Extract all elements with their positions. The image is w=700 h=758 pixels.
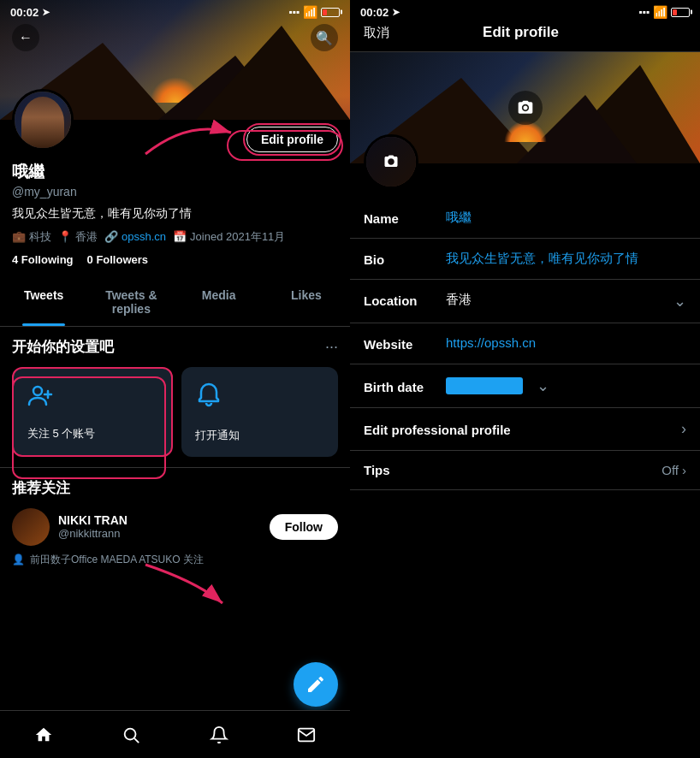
avatar-edit[interactable] [364,134,418,189]
nav-messages[interactable] [289,718,323,752]
time-left: 00:02 [10,6,39,19]
battery-icon-left [321,8,340,17]
bio-label: Bio [364,251,432,267]
nav-search[interactable] [114,718,148,752]
field-name: Name 哦繼 [350,198,700,239]
back-icon: ← [19,30,33,45]
tab-likes[interactable]: Likes [263,278,350,326]
following-stat[interactable]: 4 Following [12,253,74,266]
avatar-container [12,89,74,151]
status-time-right: 00:02 ➤ [360,6,400,19]
meta-location: 📍 香港 [58,229,98,245]
status-icons-left: ▪▪▪ 📶 [288,5,340,19]
username: @my_yuran [12,185,338,198]
form-section: Name 哦繼 Bio 我见众生皆无意，唯有见你动了情 Location 香港 … [350,198,700,490]
suggested-avatar [12,508,50,546]
suggested-info: NIKKI TRAN @nikkittrann [58,513,261,540]
field-professional[interactable]: Edit professional profile › [350,408,700,451]
battery-fill [323,9,327,15]
meta-category: 💼 科技 [12,229,51,245]
name-label: Name [364,210,432,226]
mutual-icon: 👤 [12,554,25,566]
joined-text: Joined 2021年11月 [190,229,285,245]
follow-accounts-icon [27,382,55,416]
follow-stats: 4 Following 0 Followers [12,253,338,266]
field-location[interactable]: Location 香港 ⌄ [350,280,700,323]
followers-count: 0 [87,253,93,266]
status-icons-right: ▪▪▪ 📶 [638,5,690,19]
professional-label: Edit professional profile [364,421,667,437]
location-icon: 📍 [58,230,72,243]
bio-value[interactable]: 我见众生皆无意，唯有见你动了情 [446,251,686,267]
notification-icon [195,381,222,414]
tab-likes-label: Likes [291,288,322,302]
tab-replies-label: Tweets & replies [105,288,157,316]
mutual-text: 前田数子Office MAEDA ATSUKO 关注 [30,553,204,567]
tips-label: Tips [364,463,390,477]
back-button[interactable]: ← [12,24,39,51]
profile-tabs: Tweets Tweets & replies Media Likes [0,278,350,327]
birthdate-dropdown-icon: ⌄ [537,376,549,395]
field-website: Website https://opssh.cn [350,323,700,364]
display-name: 哦繼 [12,161,338,183]
avatar-edit-container [364,134,418,189]
search-button[interactable]: 🔍 [311,24,338,51]
cover-camera-overlay[interactable] [508,91,543,125]
avatar-camera-overlay [366,137,416,187]
profile-section: Edit profile 哦繼 @my_yuran 我见众生皆无意，唯有见你动了… [0,120,350,266]
name-value[interactable]: 哦繼 [446,210,686,226]
tab-tweets-label: Tweets [24,288,63,302]
edit-profile-title: Edit profile [483,24,559,41]
wifi-icon: 📶 [303,5,317,19]
birthdate-label: Birth date [364,378,432,394]
setup-card-notify[interactable]: 打开通知 [181,367,339,457]
suggested-user-row: NIKKI TRAN @nikkittrann Follow [12,508,338,546]
setup-card-follow[interactable]: 关注 5 个账号 [12,367,173,457]
meta-website: 🔗 opssh.cn [104,229,166,245]
followers-stat[interactable]: 0 Followers [87,253,149,266]
setup-header: 开始你的设置吧 ··· [12,337,338,357]
svg-point-3 [125,728,136,739]
location-arrow-icon: ➤ [42,7,50,18]
left-panel: 00:02 ➤ ▪▪▪ 📶 ← 🔍 [0,0,350,758]
field-tips[interactable]: Tips Off › [350,451,700,490]
setup-section: 开始你的设置吧 ··· 关注 5 个账号 [0,327,350,468]
meta-joined: 📅 Joined 2021年11月 [173,229,285,245]
birthdate-bar[interactable] [446,377,523,394]
calendar-icon: 📅 [173,230,187,243]
website-link[interactable]: opssh.cn [122,230,166,243]
nav-home[interactable] [27,718,61,752]
cancel-button[interactable]: 取消 [364,25,389,41]
tab-tweets-replies[interactable]: Tweets & replies [87,278,175,326]
category-text: 科技 [29,229,51,245]
compose-button[interactable] [294,662,338,707]
tab-media[interactable]: Media [175,278,263,326]
signal-icon: ▪▪▪ [288,6,300,18]
avatar-silhouette [21,97,64,148]
suggested-handle: @nikkittrann [58,527,261,540]
edit-profile-button[interactable]: Edit profile [246,127,338,152]
wifi-right-icon: 📶 [653,5,667,19]
right-panel: 00:02 ➤ ▪▪▪ 📶 取消 Edit profile [350,0,700,758]
signal-right-icon: ▪▪▪ [638,6,650,18]
followers-label: Followers [96,253,148,266]
website-value[interactable]: https://opssh.cn [446,335,686,350]
field-bio: Bio 我见众生皆无意，唯有见你动了情 [350,239,700,280]
suggested-title: 推荐关注 [12,478,338,498]
tab-tweets[interactable]: Tweets [0,278,87,326]
right-status-bar: 00:02 ➤ ▪▪▪ 📶 [350,0,700,24]
tips-value-group: Off › [661,463,686,477]
more-options-button[interactable]: ··· [325,338,338,356]
location-label: Location [364,292,432,308]
nav-notifications[interactable] [202,718,236,752]
suggested-section: 推荐关注 NIKKI TRAN @nikkittrann Follow 👤 前田… [0,468,350,577]
battery-icon-right [671,8,690,17]
tab-media-label: Media [202,288,236,302]
following-count: 4 [12,253,18,266]
follow-button[interactable]: Follow [270,514,338,540]
cover-photo-edit[interactable] [350,52,700,163]
svg-point-0 [33,387,42,395]
tips-arrow-icon: › [682,463,686,477]
battery-fill-right [673,9,677,15]
setup-card-follow-label: 关注 5 个账号 [27,426,95,441]
